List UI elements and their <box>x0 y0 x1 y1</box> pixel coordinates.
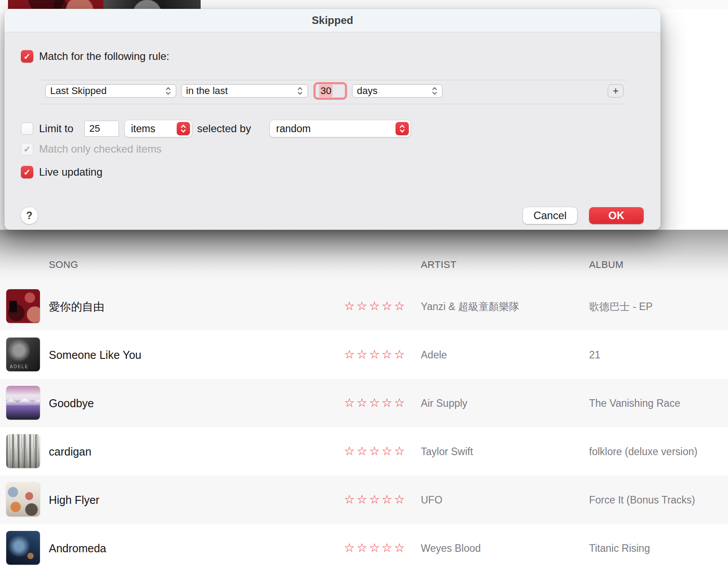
checkmark-icon: ✓ <box>24 145 31 153</box>
match-rule-label: Match for the following rule: <box>39 50 169 63</box>
checkmark-icon: ✓ <box>24 168 31 177</box>
song-title: Goodbye <box>49 397 94 409</box>
rule-value-input[interactable]: 30 <box>316 84 345 98</box>
match-only-checked-label: Match only checked items <box>39 143 162 155</box>
album-name: The Vanishing Race <box>589 397 680 409</box>
smart-playlist-dialog: Skipped ✓ Match for the following rule: … <box>4 9 661 230</box>
cancel-button[interactable]: Cancel <box>523 207 577 224</box>
artist-name: Weyes Blood <box>421 542 481 554</box>
artist-name: Adele <box>421 349 447 361</box>
album-name: Titanic Rising <box>589 542 650 554</box>
star-rating[interactable]: ☆☆☆☆☆ <box>344 492 407 507</box>
limit-row: Limit to <box>21 120 73 137</box>
table-row[interactable]: Andromeda ☆☆☆☆☆ Weyes Blood Titanic Risi… <box>0 524 728 572</box>
rule-value-selected-text: 30 <box>319 85 332 97</box>
artist-name: UFO <box>421 494 443 506</box>
rule-operator-dropdown[interactable]: in the last <box>181 84 308 98</box>
star-rating[interactable]: ☆☆☆☆☆ <box>344 299 407 313</box>
table-row[interactable]: cardigan ☆☆☆☆☆ Taylor Swift folklore (de… <box>0 427 728 476</box>
background-album-cover-red <box>8 0 103 9</box>
column-header-song[interactable]: SONG <box>49 259 78 271</box>
table-row[interactable]: 愛你的自由 ☆☆☆☆☆ Yanzi & 超級童顏樂隊 歌德巴士 - EP <box>0 282 728 330</box>
album-name: folklore (deluxe version) <box>589 445 697 457</box>
star-rating[interactable]: ☆☆☆☆☆ <box>344 396 407 410</box>
limit-count-input[interactable]: 25 <box>84 121 119 137</box>
plus-icon: + <box>613 85 618 97</box>
dialog-titlebar: Skipped <box>4 9 661 32</box>
song-title: Andromeda <box>49 542 106 554</box>
column-header-album[interactable]: ALBUM <box>589 259 624 271</box>
rule-separator-bottom <box>39 104 627 104</box>
rule-separator-top <box>39 80 627 80</box>
live-updating-row: ✓ Live updating <box>21 166 103 178</box>
match-only-checked-checkbox: ✓ <box>21 143 33 155</box>
column-header-artist[interactable]: ARTIST <box>421 259 456 271</box>
stepper-icon <box>396 122 409 135</box>
dialog-title: Skipped <box>312 14 353 27</box>
album-art <box>6 434 40 468</box>
limit-count-value: 25 <box>89 123 100 134</box>
background-album-cover-dark <box>103 0 201 9</box>
rule-field-value: Last Skipped <box>50 85 107 97</box>
album-name: 歌德巴士 - EP <box>589 299 653 313</box>
album-art-caption: ADELE <box>10 364 29 369</box>
album-name: 21 <box>589 349 601 361</box>
limit-unit-dropdown[interactable]: items <box>125 120 192 137</box>
dialog-drop-shadow-band <box>0 230 728 282</box>
album-art <box>6 289 40 323</box>
chevron-up-down-icon <box>297 86 303 96</box>
star-rating[interactable]: ☆☆☆☆☆ <box>344 541 407 555</box>
album-art <box>6 483 40 516</box>
song-title: High Flyer <box>49 493 99 506</box>
chevron-up-down-icon <box>165 86 171 96</box>
match-only-checked-row: ✓ Match only checked items <box>21 143 162 155</box>
chevron-up-down-icon <box>431 86 438 96</box>
match-rule-checkbox[interactable]: ✓ <box>21 50 33 63</box>
rule-unit-dropdown[interactable]: days <box>352 84 443 98</box>
question-mark-icon: ? <box>26 210 32 222</box>
song-title: cardigan <box>49 445 91 458</box>
selected-by-label: selected by <box>197 120 251 137</box>
album-art <box>6 386 40 420</box>
artist-name: Yanzi & 超級童顏樂隊 <box>421 299 519 313</box>
stepper-icon <box>177 122 190 135</box>
match-rule-row: ✓ Match for the following rule: <box>21 50 169 63</box>
live-updating-label: Live updating <box>39 166 103 178</box>
checkmark-icon: ✓ <box>24 52 31 61</box>
table-row[interactable]: Goodbye ☆☆☆☆☆ Air Supply The Vanishing R… <box>0 379 728 427</box>
selected-by-dropdown[interactable]: random <box>270 120 411 137</box>
star-rating[interactable]: ☆☆☆☆☆ <box>344 444 407 458</box>
table-row[interactable]: High Flyer ☆☆☆☆☆ UFO Force It (Bonus Tra… <box>0 476 728 524</box>
album-name: Force It (Bonus Tracks) <box>589 494 695 506</box>
table-row[interactable]: ADELE Someone Like You ☆☆☆☆☆ Adele 21 <box>0 330 728 379</box>
rule-operator-value: in the last <box>186 85 228 97</box>
rule-field-dropdown[interactable]: Last Skipped <box>45 84 176 98</box>
album-art: ADELE <box>6 338 40 371</box>
artist-name: Taylor Swift <box>421 445 473 457</box>
limit-label: Limit to <box>39 122 73 135</box>
add-rule-button[interactable]: + <box>608 84 624 98</box>
ok-button[interactable]: OK <box>589 207 644 224</box>
rule-unit-value: days <box>357 85 377 97</box>
star-rating[interactable]: ☆☆☆☆☆ <box>344 347 407 362</box>
song-title: 愛你的自由 <box>49 299 104 314</box>
limit-checkbox[interactable] <box>21 122 33 135</box>
help-button[interactable]: ? <box>20 207 38 224</box>
artist-name: Air Supply <box>421 397 467 409</box>
album-art <box>6 531 40 565</box>
selected-by-value: random <box>276 123 311 135</box>
song-title: Someone Like You <box>49 348 142 361</box>
live-updating-checkbox[interactable]: ✓ <box>21 166 33 178</box>
limit-unit-value: items <box>131 123 155 135</box>
background-window-strip <box>0 0 728 9</box>
